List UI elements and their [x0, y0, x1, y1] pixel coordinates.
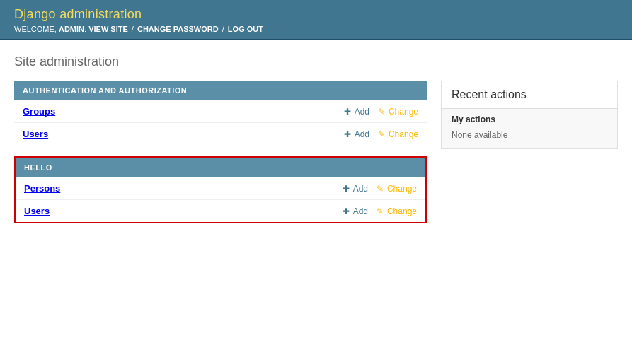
plus-icon: ✚	[344, 129, 351, 139]
recent-actions-title: Recent actions	[442, 81, 617, 109]
log-out-link[interactable]: LOG OUT	[228, 25, 263, 33]
users-change-link[interactable]: ✎ Change	[378, 129, 418, 139]
groups-add-link[interactable]: ✚ Add	[344, 107, 369, 117]
hello-users-add-link[interactable]: ✚ Add	[343, 206, 368, 216]
model-name-persons: Persons	[16, 177, 161, 200]
site-header: Django administration Welcome, admin. VI…	[0, 0, 632, 39]
model-actions-hello-users: ✚ Add ✎ Change	[161, 200, 425, 223]
model-name-groups: Groups	[14, 100, 154, 123]
recent-actions-module: Recent actions My actions None available	[441, 81, 618, 149]
users-add-link[interactable]: ✚ Add	[344, 129, 369, 139]
module-header-hello: Hello	[16, 158, 425, 177]
pencil-icon: ✎	[377, 184, 384, 194]
module-header-auth: Authentication and Authorization	[14, 81, 427, 100]
pencil-icon: ✎	[378, 107, 385, 117]
module-table-auth: Groups ✚ Add ✎ Change	[14, 100, 427, 145]
plus-icon: ✚	[343, 184, 350, 194]
model-actions-persons: ✚ Add ✎ Change	[161, 177, 425, 200]
table-row: Users ✚ Add ✎ Change	[14, 123, 427, 146]
app-module-hello: Hello Persons ✚ Add	[14, 156, 427, 223]
user-tools: Welcome, admin. VIEW SITE / CHANGE PASSW…	[14, 25, 618, 33]
table-row: Groups ✚ Add ✎ Change	[14, 100, 427, 123]
app-module-auth: Authentication and Authorization Groups …	[14, 81, 427, 145]
welcome-text: Welcome,	[14, 25, 57, 33]
persons-change-link[interactable]: ✎ Change	[377, 184, 417, 194]
hello-users-change-link[interactable]: ✎ Change	[377, 206, 417, 216]
table-row: Persons ✚ Add ✎ Change	[16, 177, 425, 200]
username: admin	[59, 25, 84, 33]
content-wrapper: Site administration Authentication and A…	[0, 40, 632, 249]
view-site-link[interactable]: VIEW SITE	[88, 25, 128, 33]
site-title: Django administration	[14, 7, 618, 22]
content-area: Authentication and Authorization Groups …	[14, 81, 618, 235]
persons-add-link[interactable]: ✚ Add	[343, 184, 368, 194]
model-name-hello-users: Users	[16, 200, 161, 223]
plus-icon: ✚	[344, 107, 351, 117]
page-title: Site administration	[14, 54, 618, 69]
plus-icon: ✚	[343, 206, 350, 216]
change-password-link[interactable]: CHANGE PASSWORD	[137, 25, 219, 33]
none-available-label: None available	[442, 127, 617, 148]
model-actions-groups: ✚ Add ✎ Change	[154, 100, 427, 123]
table-row: Users ✚ Add ✎ Change	[16, 200, 425, 223]
sidebar: Recent actions My actions None available	[441, 81, 618, 149]
pencil-icon: ✎	[377, 206, 384, 216]
model-actions-users: ✚ Add ✎ Change	[154, 123, 427, 146]
my-actions-label: My actions	[442, 109, 617, 127]
module-table-hello: Persons ✚ Add ✎ Change	[16, 177, 425, 222]
main-content: Authentication and Authorization Groups …	[14, 81, 427, 235]
model-name-users: Users	[14, 123, 154, 146]
pencil-icon: ✎	[378, 129, 385, 139]
groups-change-link[interactable]: ✎ Change	[378, 107, 418, 117]
